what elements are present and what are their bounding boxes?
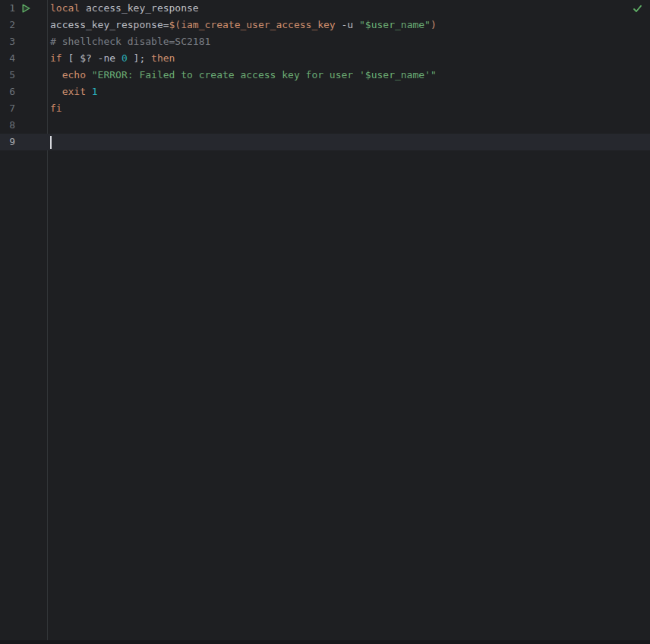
text-caret xyxy=(50,136,52,149)
code-token: fi xyxy=(50,100,62,117)
line-number[interactable]: 4 xyxy=(0,50,15,67)
code-token: 0 xyxy=(121,50,128,67)
code-line[interactable]: # shellcheck disable=SC2181 xyxy=(48,33,650,50)
code-line[interactable]: echo "ERROR: Failed to create access key… xyxy=(48,67,650,84)
code-token: "$user_name" xyxy=(359,17,431,33)
code-line-row: 9 xyxy=(0,134,650,150)
line-number[interactable]: 2 xyxy=(0,17,15,33)
code-token: access_key_response xyxy=(80,0,199,17)
gutter-cell[interactable]: 7 xyxy=(0,100,48,117)
code-line-row: 8 xyxy=(0,117,650,134)
code-line-row: 4if [ $? -ne 0 ]; then xyxy=(0,50,650,67)
line-number[interactable]: 1 xyxy=(0,0,15,17)
code-token: 1 xyxy=(92,84,98,100)
code-token: ]; xyxy=(128,50,151,67)
line-number[interactable]: 7 xyxy=(0,100,15,117)
run-icon[interactable] xyxy=(21,3,31,14)
code-line-row: 3# shellcheck disable=SC2181 xyxy=(0,33,650,50)
code-line-row: 1local access_key_response xyxy=(0,0,650,17)
gutter-cell[interactable]: 3 xyxy=(0,33,48,50)
code-token: $(iam_create_user_access_key xyxy=(169,17,336,33)
gutter-cell[interactable]: 9 xyxy=(0,134,48,150)
code-line[interactable]: if [ $? -ne 0 ]; then xyxy=(48,50,650,67)
code-line-row: 7fi xyxy=(0,100,650,117)
code-token xyxy=(86,67,92,84)
code-token: -u xyxy=(336,17,359,33)
line-number[interactable]: 5 xyxy=(0,67,15,84)
code-line[interactable]: local access_key_response xyxy=(48,0,650,17)
code-token: ) xyxy=(431,17,437,33)
code-token: then xyxy=(151,50,175,67)
gutter-cell[interactable]: 4 xyxy=(0,50,48,67)
code-line-row: 2access_key_response=$(iam_create_user_a… xyxy=(0,17,650,33)
code-editor: 1local access_key_response2access_key_re… xyxy=(0,0,650,644)
bottom-panel-edge xyxy=(0,640,650,644)
gutter-cell[interactable]: 8 xyxy=(0,117,48,134)
line-list: 1local access_key_response2access_key_re… xyxy=(0,0,650,150)
code-token: # shellcheck disable=SC2181 xyxy=(50,33,210,50)
code-token xyxy=(50,84,62,100)
gutter-cell[interactable]: 6 xyxy=(0,84,48,100)
code-token xyxy=(50,67,62,84)
gutter-cell[interactable]: 2 xyxy=(0,17,48,33)
code-token: access_key_response= xyxy=(50,17,169,33)
code-token: local xyxy=(50,0,80,17)
inspections-passed-checkmark-icon[interactable] xyxy=(632,3,643,14)
code-token xyxy=(86,84,92,100)
gutter-cell[interactable]: 5 xyxy=(0,67,48,84)
code-line[interactable]: exit 1 xyxy=(48,84,650,100)
code-line[interactable] xyxy=(48,136,650,149)
code-token: exit xyxy=(62,84,86,100)
line-number[interactable]: 6 xyxy=(0,84,15,100)
code-line-row: 5 echo "ERROR: Failed to create access k… xyxy=(0,67,650,84)
code-token: [ $? -ne xyxy=(62,50,121,67)
code-token: if xyxy=(50,50,62,67)
line-number[interactable]: 8 xyxy=(0,117,15,134)
code-line[interactable]: fi xyxy=(48,100,650,117)
code-token: echo xyxy=(62,67,86,84)
code-line-row: 6 exit 1 xyxy=(0,84,650,100)
code-token: "ERROR: Failed to create access key for … xyxy=(92,67,437,84)
gutter-cell[interactable]: 1 xyxy=(0,0,48,17)
code-line[interactable]: access_key_response=$(iam_create_user_ac… xyxy=(48,17,650,33)
line-number[interactable]: 9 xyxy=(0,134,15,150)
line-number[interactable]: 3 xyxy=(0,33,15,50)
